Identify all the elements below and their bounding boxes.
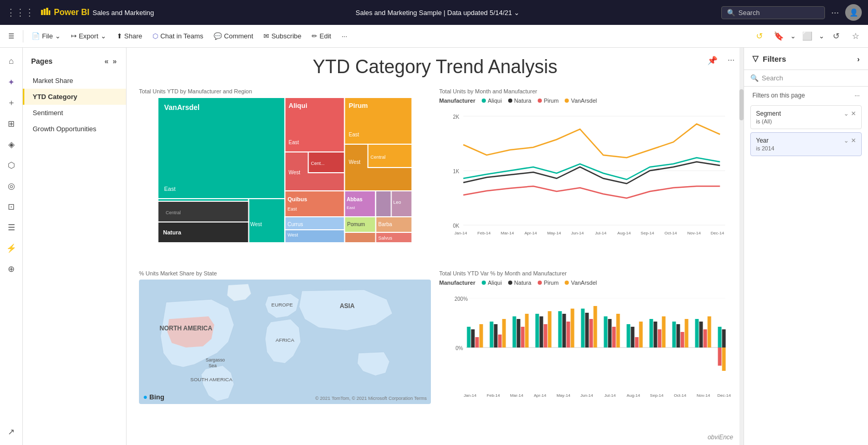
refresh-btn[interactable]: ↺: [751, 28, 767, 45]
bookmark-btn[interactable]: 🔖: [771, 28, 787, 45]
bar-legend-natura: Natura: [508, 280, 531, 286]
pin-icon[interactable]: 📌: [704, 52, 721, 68]
file-btn[interactable]: 📄 File ⌄: [27, 30, 65, 42]
share-btn[interactable]: ⬆ Share: [113, 30, 147, 42]
svg-rect-104: [567, 322, 570, 347]
svg-text:Jan-14: Jan-14: [454, 231, 467, 235]
svg-text:East: East: [347, 205, 356, 210]
svg-text:Sep-14: Sep-14: [641, 231, 654, 235]
topbar: ⋮⋮⋮ Power BI Sales and Marketing Sales a…: [0, 0, 868, 25]
svg-rect-25: [285, 191, 345, 217]
more-toolbar-btn[interactable]: ···: [338, 30, 352, 42]
svg-rect-103: [563, 314, 566, 347]
svg-rect-97: [525, 314, 529, 347]
svg-text:East: East: [349, 132, 359, 137]
svg-text:Jul-14: Jul-14: [595, 231, 607, 235]
page-item-sentiment[interactable]: Sentiment: [23, 105, 126, 121]
sidebar-item-home[interactable]: ⌂: [2, 52, 21, 71]
svg-rect-109: [594, 306, 597, 347]
more-options-icon[interactable]: ···: [831, 7, 839, 18]
app-logo: Power BI Sales and Marketing: [40, 7, 154, 18]
chat-teams-btn[interactable]: ⬡ Chat in Teams: [148, 30, 207, 42]
app-sub: Sales and Marketing: [92, 9, 154, 17]
page-item-ytd-category[interactable]: YTD Category: [23, 89, 126, 105]
pages-toggle-btn[interactable]: ☰: [4, 30, 19, 42]
grid-icon[interactable]: ⋮⋮⋮: [6, 7, 34, 18]
scrollbar-track[interactable]: [739, 48, 744, 445]
bar-natura-dot: [508, 281, 512, 285]
comment-btn[interactable]: 💬 Comment: [209, 30, 257, 42]
sidebar-item-metrics[interactable]: ◎: [2, 176, 21, 195]
sidebar-item-apps[interactable]: ⬡: [2, 156, 21, 174]
svg-text:Natura: Natura: [163, 229, 182, 235]
page-item-market-share[interactable]: Market Share: [23, 73, 126, 89]
svg-rect-98: [536, 314, 539, 347]
svg-rect-129: [708, 316, 711, 347]
svg-rect-94: [513, 316, 516, 347]
filter-year-clear[interactable]: ✕: [851, 137, 856, 144]
sidebar-item-learn[interactable]: ☰: [2, 218, 21, 237]
svg-rect-117: [639, 322, 643, 347]
svg-text:Feb-14: Feb-14: [478, 231, 491, 235]
page-item-growth-opportunities[interactable]: Growth Opportunities: [23, 121, 126, 137]
sidebar-item-workspaces[interactable]: ⊕: [2, 259, 21, 278]
svg-text:2K: 2K: [453, 114, 460, 120]
bar-pirum-dot: [538, 281, 542, 285]
svg-rect-99: [540, 316, 543, 347]
sidebar-item-monitor[interactable]: ⊡: [2, 197, 21, 216]
svg-rect-90: [490, 322, 494, 347]
svg-rect-4: [158, 98, 285, 199]
obvi-logo: obviEnce: [708, 434, 733, 441]
filters-section-more[interactable]: ···: [855, 92, 860, 99]
svg-text:EUROPE: EUROPE: [271, 302, 293, 308]
treemap-label: Total Units YTD by Manufacturer and Regi…: [139, 88, 431, 94]
scrollbar-thumb[interactable]: [739, 89, 744, 120]
star-btn[interactable]: ☆: [847, 28, 864, 45]
filter-item-year[interactable]: Year ⌄ ✕ is 2014: [750, 132, 862, 156]
sidebar-item-realtime[interactable]: ⚡: [2, 239, 21, 257]
barchart-container[interactable]: 200% 0%: [439, 288, 731, 412]
filters-search[interactable]: 🔍 Search: [744, 70, 868, 87]
sidebar-item-browse[interactable]: ⊞: [2, 114, 21, 133]
chevron-down-icon: ⌄: [101, 32, 106, 40]
filters-expand-icon[interactable]: ›: [857, 54, 860, 63]
svg-text:West: West: [349, 159, 361, 165]
sidebar-item-create[interactable]: ＋: [2, 93, 21, 112]
bar-legend-vanarsdel: VanArsdel: [565, 280, 597, 286]
reset-btn[interactable]: ↺: [828, 28, 844, 45]
legend-aliqui: Aliqui: [482, 98, 502, 104]
treemap-container[interactable]: VanArsdel East Central West Aliqui East: [139, 98, 431, 243]
svg-rect-111: [608, 319, 612, 347]
linechart-section: Total Units by Month and Manufacturer Ma…: [435, 84, 735, 266]
svg-rect-106: [581, 309, 585, 347]
topbar-search[interactable]: 🔍 Search: [721, 6, 825, 19]
svg-text:East: East: [164, 186, 176, 192]
content-more-icon[interactable]: ···: [723, 52, 739, 68]
filter-year-chevron[interactable]: ⌄: [844, 137, 849, 144]
pages-panel: Pages « » Market Share YTD Category Sent…: [23, 48, 127, 445]
sidebar-item-external[interactable]: ↗: [2, 422, 21, 441]
fullscreen-chevron: ⌄: [819, 32, 824, 40]
svg-rect-100: [544, 324, 548, 347]
filter-segment-chevron[interactable]: ⌄: [844, 110, 849, 117]
svg-rect-107: [585, 313, 589, 347]
svg-rect-87: [471, 329, 475, 347]
svg-text:0%: 0%: [456, 345, 464, 351]
fullscreen-btn[interactable]: ⬜: [799, 28, 816, 45]
comment-icon: 💬: [214, 32, 222, 40]
barchart-section: Total Units YTD Var % by Month and Manuf…: [435, 266, 735, 436]
separator: [23, 30, 23, 43]
filter-item-segment[interactable]: Segment ⌄ ✕ is (All): [750, 105, 862, 129]
export-btn[interactable]: ↦ Export ⌄: [67, 30, 110, 42]
linechart-container[interactable]: 2K 1K 0K: [439, 106, 731, 241]
filter-segment-clear[interactable]: ✕: [851, 110, 856, 117]
sidebar-item-copilot[interactable]: ✦: [2, 73, 21, 91]
sidebar-item-onelake[interactable]: ◈: [2, 135, 21, 154]
pages-nav-prev[interactable]: «: [103, 56, 109, 66]
map-container[interactable]: NORTH AMERICA SOUTH AMERICA EUROPE AFRIC…: [139, 280, 431, 404]
user-avatar[interactable]: 👤: [845, 4, 862, 21]
pages-nav-next[interactable]: »: [111, 56, 118, 66]
edit-btn[interactable]: ✏ Edit: [307, 30, 335, 42]
svg-rect-120: [658, 329, 662, 347]
subscribe-btn[interactable]: ✉ Subscribe: [259, 30, 305, 42]
